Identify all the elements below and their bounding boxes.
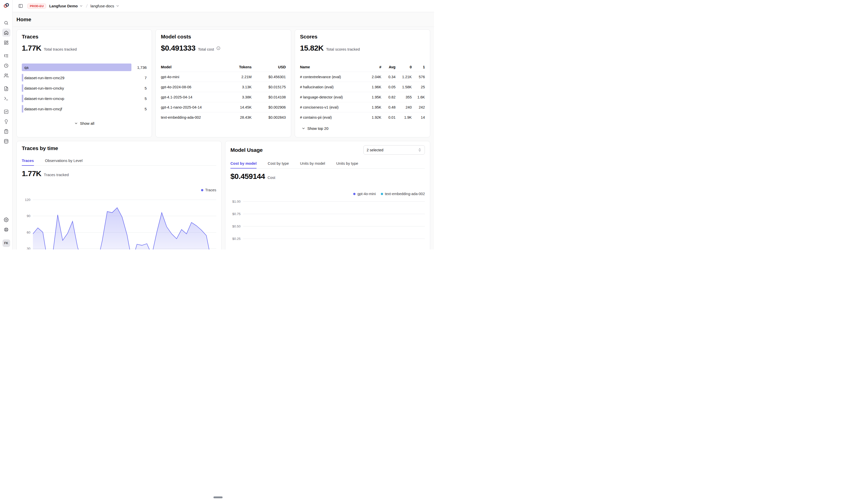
card-title: Scores <box>300 34 425 40</box>
search-icon[interactable] <box>2 19 10 27</box>
legend-item: Traces <box>201 188 216 192</box>
trace-bar <box>22 95 23 102</box>
model-costs-table: Model Tokens USD gpt-4o-mini 2.21M $0.45… <box>161 62 286 122</box>
breadcrumb-separator: / <box>86 3 87 9</box>
gridline <box>243 226 425 227</box>
model-usage-tabs: Cost by model Cost by type Units by mode… <box>230 161 425 169</box>
card-title: Model costs <box>161 34 286 40</box>
traces-metric-label: Total traces tracked <box>44 47 77 51</box>
chevron-down-icon <box>116 4 119 8</box>
card-title: Traces by time <box>22 145 216 151</box>
show-top-20-button[interactable]: Show top 20 <box>298 124 331 133</box>
chevron-down-icon <box>79 4 83 8</box>
model-usage-metric-label: Cost <box>267 175 275 180</box>
trace-label: dataset-run-item-cmcky <box>24 86 64 90</box>
legend-dot <box>353 193 356 195</box>
project-name: langfuse-docs <box>91 4 114 8</box>
trace-count: 5 <box>145 107 146 111</box>
y-axis-label: 30 <box>27 247 31 250</box>
traces-metric: 1.77K <box>22 44 41 52</box>
sessions-clock-icon[interactable] <box>2 61 10 70</box>
org-switcher[interactable]: Langfuse Demo <box>49 4 83 8</box>
tab-cost-by-type[interactable]: Cost by type <box>267 161 289 168</box>
project-switcher[interactable]: langfuse-docs <box>91 4 119 8</box>
tab-units-by-model[interactable]: Units by model <box>300 161 325 168</box>
legend-dot <box>381 193 383 195</box>
playground-terminal-icon[interactable] <box>2 94 10 102</box>
trace-row[interactable]: dataset-run-item-cmcky 5 <box>22 84 146 92</box>
y-axis-label: 90 <box>27 214 31 218</box>
table-row: gpt-4o-mini 2.21M $0.456301 <box>161 72 286 82</box>
page-title: Home <box>16 16 31 23</box>
scores-metric-label: Total scores tracked <box>326 47 360 51</box>
trace-row[interactable]: dataset-run-item-cmc29 7 <box>22 74 146 82</box>
cards-row-1: Traces 1.77K Total traces tracked qa 1,7… <box>16 29 430 137</box>
trace-count: 7 <box>145 76 146 80</box>
trace-row[interactable]: qa 1,736 <box>22 63 146 71</box>
gridline <box>243 239 425 239</box>
environment-badge: PROD-EU <box>27 3 46 9</box>
support-lifebuoy-icon[interactable] <box>2 226 10 233</box>
evaluation-clipboard-icon[interactable] <box>2 127 10 135</box>
trace-row[interactable]: dataset-run-item-cmcvp 5 <box>22 95 146 102</box>
trace-label: qa <box>24 65 28 70</box>
settings-gear-icon[interactable] <box>2 216 10 224</box>
scores-table: Name # Avg 0 1 # contextrelevance (eval)… <box>300 62 425 122</box>
table-row: text-embedding-ada-002 28.43K $0.002843 <box>161 112 286 122</box>
show-all-button[interactable]: Show all <box>71 119 97 127</box>
usage-chart: $1.00$0.75$0.50$0.25 <box>230 197 425 250</box>
annotations-lightbulb-icon[interactable] <box>2 118 10 125</box>
table-row: # language-detector (eval) 1.95K 0.82 35… <box>300 92 425 102</box>
model-costs-metric-label: Total cost <box>198 47 214 51</box>
scores-card: Scores 15.82K Total scores tracked Name … <box>295 29 430 137</box>
y-axis-label: $0.25 <box>232 237 240 241</box>
trace-count: 5 <box>145 96 146 101</box>
home-icon[interactable] <box>2 28 10 37</box>
sidebar-toggle-button[interactable] <box>17 2 24 10</box>
sidebar: FK <box>0 0 13 250</box>
user-avatar[interactable]: FK <box>2 239 10 247</box>
model-costs-card: Model costs $0.491333 Total cost Model T… <box>155 29 291 137</box>
legend-item: text-embedding-ada-002 <box>381 192 425 196</box>
topbar: PROD-EU Langfuse Demo / langfuse-docs <box>13 0 434 12</box>
dashboards-icon[interactable] <box>2 38 10 47</box>
trace-bar <box>22 74 23 82</box>
trace-row[interactable]: dataset-run-item-cmcjf 5 <box>22 105 146 113</box>
model-costs-metric: $0.491333 <box>161 44 195 52</box>
traces-chart-ylabels: 120906030 <box>22 194 33 250</box>
tracing-icon[interactable] <box>2 52 10 60</box>
tab-units-by-type[interactable]: Units by type <box>336 161 358 168</box>
model-select-dropdown[interactable]: 2 selected <box>364 145 425 155</box>
scores-chart-icon[interactable] <box>2 108 10 115</box>
trace-label: dataset-run-item-cmcjf <box>24 107 62 111</box>
trace-bar <box>22 63 131 71</box>
traces-card: Traces 1.77K Total traces tracked qa 1,7… <box>16 29 152 137</box>
trace-count: 1,736 <box>137 65 147 70</box>
traces-by-time-metric-label: Traces tracked <box>44 173 69 177</box>
traces-chart-plot <box>33 194 216 250</box>
table-row: gpt-4.1-2025-04-14 3.38K $0.014108 <box>161 92 286 102</box>
tab-traces[interactable]: Traces <box>22 158 34 166</box>
app-root: FK PROD-EU Langfuse Demo / langfuse-docs… <box>0 0 434 250</box>
langfuse-logo-icon <box>3 2 10 9</box>
usage-chart-ylabels: $1.00$0.75$0.50$0.25 <box>230 197 243 250</box>
y-axis-label: $0.50 <box>232 224 240 228</box>
table-header: Name # Avg 0 1 <box>300 62 425 72</box>
table-header: Model Tokens USD <box>161 62 286 72</box>
trace-bar <box>22 105 23 113</box>
table-row: gpt-4o-2024-08-06 3.13K $0.015175 <box>161 82 286 92</box>
table-row: # conciseness-v1 (eval) 1.95K 0.48 240 2… <box>300 102 425 112</box>
info-icon[interactable] <box>216 46 220 50</box>
prompts-icon[interactable] <box>2 85 10 93</box>
datasets-database-icon[interactable] <box>2 137 10 145</box>
model-usage-metric: $0.459144 <box>230 172 265 181</box>
y-axis-label: $1.00 <box>232 200 240 204</box>
users-icon[interactable] <box>2 71 10 80</box>
main-column: PROD-EU Langfuse Demo / langfuse-docs Ho… <box>13 0 434 250</box>
table-row: # contextrelevance (eval) 2.04K 0.34 1.2… <box>300 72 425 82</box>
tab-observations-by-level[interactable]: Observations by Level <box>45 158 83 166</box>
legend-item: gpt-4o-mini <box>353 192 376 196</box>
y-axis-label: 120 <box>25 198 31 202</box>
page-header: Home <box>13 12 434 27</box>
tab-cost-by-model[interactable]: Cost by model <box>230 161 257 168</box>
